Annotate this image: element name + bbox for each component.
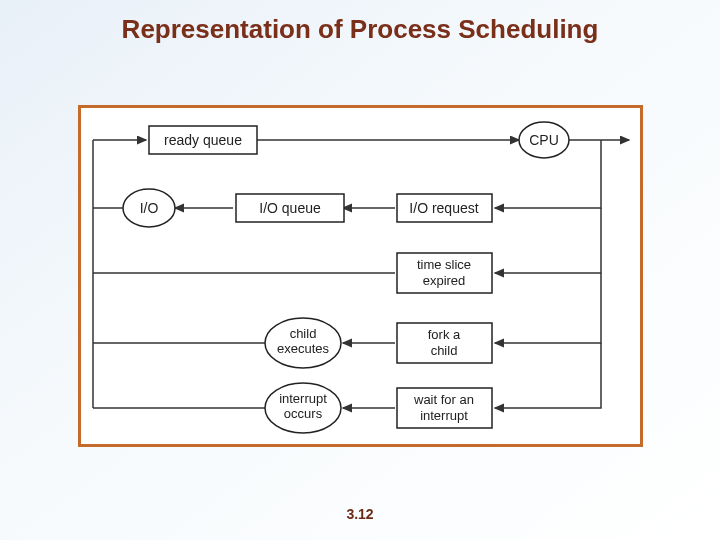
process-scheduling-diagram: ready queue CPU I/O I/O queue I/O reques…: [81, 108, 640, 444]
label-child-1: child: [290, 326, 317, 341]
label-io-queue: I/O queue: [259, 200, 321, 216]
label-intocc-1: interrupt: [279, 391, 327, 406]
label-wait-1: wait for an: [413, 392, 474, 407]
flow-cpu-to-wait: [495, 343, 601, 408]
page-title: Representation of Process Scheduling: [0, 14, 720, 45]
label-intocc-2: occurs: [284, 406, 323, 421]
flow-cpu-to-fork: [495, 273, 601, 343]
label-cpu: CPU: [529, 132, 559, 148]
label-ready-queue: ready queue: [164, 132, 242, 148]
label-child-2: executes: [277, 341, 330, 356]
label-io-request: I/O request: [409, 200, 478, 216]
label-time-slice-1: time slice: [417, 257, 471, 272]
label-fork-1: fork a: [428, 327, 461, 342]
label-io: I/O: [140, 200, 159, 216]
label-time-slice-2: expired: [423, 273, 466, 288]
label-fork-2: child: [431, 343, 458, 358]
label-wait-2: interrupt: [420, 408, 468, 423]
page-number: 3.12: [0, 506, 720, 522]
diagram-frame: ready queue CPU I/O I/O queue I/O reques…: [78, 105, 643, 447]
flow-cpu-to-timeslice: [495, 208, 601, 273]
